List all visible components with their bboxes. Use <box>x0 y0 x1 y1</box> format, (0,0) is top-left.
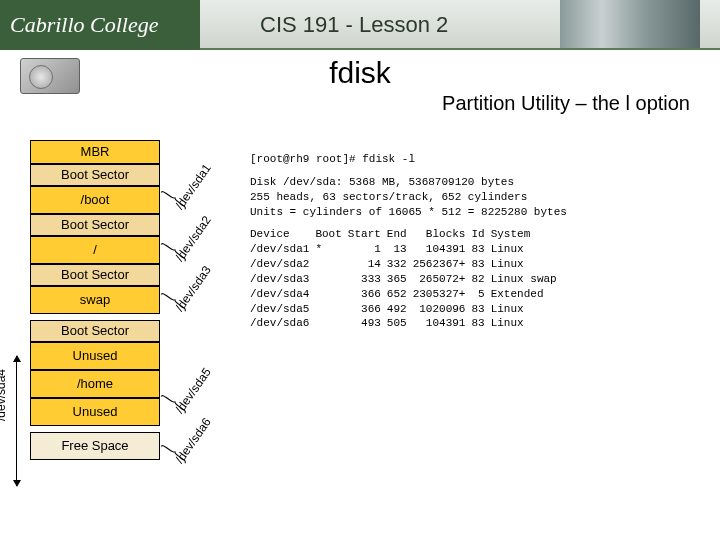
terminal-output: [root@rh9 root]# fdisk -l Disk /dev/sda:… <box>250 152 705 331</box>
hard-drive-icon <box>20 58 80 100</box>
table-cell: 14 <box>348 257 387 272</box>
table-header: Start <box>348 227 387 242</box>
table-cell: 1 <box>348 242 387 257</box>
table-cell: 1020096 <box>413 302 472 317</box>
table-cell: Linux <box>491 242 563 257</box>
disk-diagram: MBRBoot Sector/bootBoot Sector/Boot Sect… <box>30 140 170 460</box>
table-cell: 332 <box>387 257 413 272</box>
table-cell: 652 <box>387 287 413 302</box>
table-cell <box>315 302 347 317</box>
table-header: End <box>387 227 413 242</box>
table-cell: 104391 <box>413 242 472 257</box>
header-photo <box>560 0 700 48</box>
table-cell: 365 <box>387 272 413 287</box>
table-cell: 83 <box>471 242 490 257</box>
table-cell: * <box>315 242 347 257</box>
table-cell: Extended <box>491 287 563 302</box>
disk-block: / <box>30 236 160 264</box>
table-cell: /dev/sda1 <box>250 242 315 257</box>
table-cell: 505 <box>387 316 413 331</box>
slide-header: Cabrillo College CIS 191 - Lesson 2 <box>0 0 720 50</box>
table-row: /dev/sda43666522305327+5Extended <box>250 287 563 302</box>
disk-block: Unused <box>30 398 160 426</box>
sda4-label: /dev/sda4 <box>0 369 8 421</box>
disk-block: Boot Sector <box>30 214 160 236</box>
table-row: /dev/sda3333365265072+82Linux swap <box>250 272 563 287</box>
table-cell: Linux <box>491 302 563 317</box>
table-cell: /dev/sda6 <box>250 316 315 331</box>
table-header: System <box>491 227 563 242</box>
table-cell: 493 <box>348 316 387 331</box>
logo-text: Cabrillo College <box>10 12 159 38</box>
table-row: /dev/sda1*11310439183Linux <box>250 242 563 257</box>
disk-block: /boot <box>30 186 160 214</box>
disk-block: Boot Sector <box>30 164 160 186</box>
table-cell: 5 <box>471 287 490 302</box>
table-row: /dev/sda2143322562367+83Linux <box>250 257 563 272</box>
disk-block: /home <box>30 370 160 398</box>
table-cell: 492 <box>387 302 413 317</box>
table-cell: 333 <box>348 272 387 287</box>
disk-block: Boot Sector <box>30 320 160 342</box>
device-label: /dev/sda3 <box>173 263 214 314</box>
table-cell <box>315 316 347 331</box>
table-cell: /dev/sda5 <box>250 302 315 317</box>
table-cell: Linux swap <box>491 272 563 287</box>
device-label: /dev/sda6 <box>173 415 214 466</box>
table-header: Device <box>250 227 315 242</box>
table-cell: 2562367+ <box>413 257 472 272</box>
table-cell: 82 <box>471 272 490 287</box>
table-cell: 104391 <box>413 316 472 331</box>
disk-info-line: Disk /dev/sda: 5368 MB, 5368709120 bytes <box>250 175 705 190</box>
disk-block: Boot Sector <box>30 264 160 286</box>
disk-info: Disk /dev/sda: 5368 MB, 5368709120 bytes… <box>250 175 705 220</box>
table-row: /dev/sda5366492102009683Linux <box>250 302 563 317</box>
free-space-block: Free Space <box>30 432 160 460</box>
sda4-bracket: /dev/sda4 <box>6 356 26 486</box>
table-cell: /dev/sda2 <box>250 257 315 272</box>
page-subtitle: Partition Utility – the l option <box>0 92 720 115</box>
table-cell <box>315 287 347 302</box>
college-logo: Cabrillo College <box>0 0 200 50</box>
table-cell: 83 <box>471 257 490 272</box>
table-cell: 366 <box>348 287 387 302</box>
table-header: Blocks <box>413 227 472 242</box>
table-cell <box>315 272 347 287</box>
table-cell: 13 <box>387 242 413 257</box>
device-label: /dev/sda1 <box>173 161 214 212</box>
page-title: fdisk <box>0 56 720 90</box>
table-cell: 83 <box>471 316 490 331</box>
table-cell: /dev/sda4 <box>250 287 315 302</box>
partition-table: DeviceBootStartEndBlocksIdSystem /dev/sd… <box>250 227 563 331</box>
device-label: /dev/sda5 <box>173 365 214 416</box>
table-row: /dev/sda649350510439183Linux <box>250 316 563 331</box>
disk-info-line: 255 heads, 63 sectors/track, 652 cylinde… <box>250 190 705 205</box>
table-cell: Linux <box>491 316 563 331</box>
disk-block: Unused <box>30 342 160 370</box>
disk-block: swap <box>30 286 160 314</box>
disk-block: MBR <box>30 140 160 164</box>
course-title: CIS 191 - Lesson 2 <box>260 12 448 38</box>
command-line: [root@rh9 root]# fdisk -l <box>250 152 705 167</box>
disk-info-line: Units = cylinders of 16065 * 512 = 82252… <box>250 205 705 220</box>
table-cell: 2305327+ <box>413 287 472 302</box>
table-cell: 83 <box>471 302 490 317</box>
table-cell: Linux <box>491 257 563 272</box>
table-cell: 265072+ <box>413 272 472 287</box>
table-cell: 366 <box>348 302 387 317</box>
table-header: Id <box>471 227 490 242</box>
device-label: /dev/sda2 <box>173 213 214 264</box>
table-cell <box>315 257 347 272</box>
table-header: Boot <box>315 227 347 242</box>
table-cell: /dev/sda3 <box>250 272 315 287</box>
